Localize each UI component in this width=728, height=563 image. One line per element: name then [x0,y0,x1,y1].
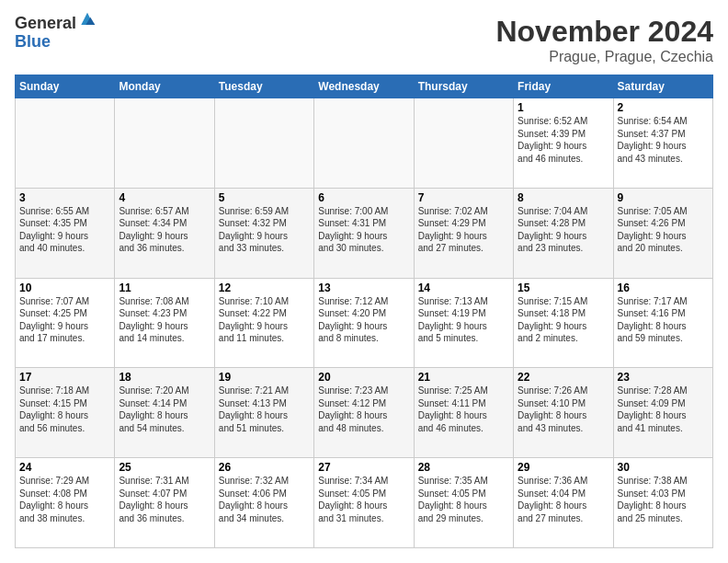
day-info: Sunrise: 7:31 AM Sunset: 4:07 PM Dayligh… [119,475,210,524]
logo-text: General Blue [15,15,97,52]
calendar-cell: 23Sunrise: 7:28 AM Sunset: 4:09 PM Dayli… [613,368,712,458]
day-info: Sunrise: 7:13 AM Sunset: 4:19 PM Dayligh… [418,295,509,345]
day-number: 27 [318,461,409,474]
day-info: Sunrise: 7:38 AM Sunset: 4:03 PM Dayligh… [618,475,709,524]
calendar-cell: 12Sunrise: 7:10 AM Sunset: 4:22 PM Dayli… [214,278,313,368]
calendar-cell: 8Sunrise: 7:04 AM Sunset: 4:28 PM Daylig… [514,188,613,278]
day-number: 9 [618,191,709,204]
day-number: 12 [219,282,310,294]
calendar-cell: 10Sunrise: 7:07 AM Sunset: 4:25 PM Dayli… [16,278,115,368]
calendar-cell: 29Sunrise: 7:36 AM Sunset: 4:04 PM Dayli… [514,458,613,548]
day-number: 14 [418,282,509,294]
day-number: 23 [618,371,709,384]
calendar-cell [115,98,214,189]
calendar-cell: 21Sunrise: 7:25 AM Sunset: 4:11 PM Dayli… [414,368,513,458]
calendar-cell: 18Sunrise: 7:20 AM Sunset: 4:14 PM Dayli… [115,368,214,458]
day-info: Sunrise: 7:02 AM Sunset: 4:29 PM Dayligh… [418,205,509,255]
calendar-cell: 26Sunrise: 7:32 AM Sunset: 4:06 PM Dayli… [214,458,313,548]
day-number: 18 [119,371,210,384]
day-info: Sunrise: 7:21 AM Sunset: 4:13 PM Dayligh… [219,385,310,434]
day-number: 29 [518,461,609,474]
calendar-week-1: 3Sunrise: 6:55 AM Sunset: 4:35 PM Daylig… [16,188,713,278]
calendar-cell: 11Sunrise: 7:08 AM Sunset: 4:23 PM Dayli… [115,278,214,368]
day-number: 1 [518,101,609,114]
logo-general: General [15,15,76,33]
day-info: Sunrise: 6:57 AM Sunset: 4:34 PM Dayligh… [119,205,210,255]
calendar-cell [314,98,414,189]
calendar-cell: 13Sunrise: 7:12 AM Sunset: 4:20 PM Dayli… [314,278,414,368]
day-info: Sunrise: 7:17 AM Sunset: 4:16 PM Dayligh… [618,295,709,345]
calendar-week-2: 10Sunrise: 7:07 AM Sunset: 4:25 PM Dayli… [16,278,713,368]
day-number: 13 [318,282,409,294]
calendar-cell [414,98,513,189]
day-number: 7 [418,191,509,204]
day-info: Sunrise: 7:04 AM Sunset: 4:28 PM Dayligh… [518,205,609,255]
header-thursday: Thursday [414,75,513,98]
day-info: Sunrise: 7:10 AM Sunset: 4:22 PM Dayligh… [219,295,310,345]
calendar-cell: 5Sunrise: 6:59 AM Sunset: 4:32 PM Daylig… [214,188,313,278]
calendar-cell: 9Sunrise: 7:05 AM Sunset: 4:26 PM Daylig… [613,188,712,278]
calendar-cell: 3Sunrise: 6:55 AM Sunset: 4:35 PM Daylig… [16,188,115,278]
day-info: Sunrise: 7:07 AM Sunset: 4:25 PM Dayligh… [19,295,110,345]
logo-blue: Blue [15,33,97,52]
day-number: 19 [219,371,310,384]
calendar-cell: 4Sunrise: 6:57 AM Sunset: 4:34 PM Daylig… [115,188,214,278]
day-number: 24 [19,461,110,474]
day-number: 3 [19,191,110,204]
calendar-table: Sunday Monday Tuesday Wednesday Thursday… [15,75,713,548]
day-info: Sunrise: 7:05 AM Sunset: 4:26 PM Dayligh… [618,205,709,255]
calendar-cell: 28Sunrise: 7:35 AM Sunset: 4:05 PM Dayli… [414,458,513,548]
day-number: 30 [618,461,709,474]
day-number: 28 [418,461,509,474]
day-info: Sunrise: 7:29 AM Sunset: 4:08 PM Dayligh… [19,475,110,524]
calendar-cell: 20Sunrise: 7:23 AM Sunset: 4:12 PM Dayli… [314,368,414,458]
day-number: 11 [119,282,210,294]
day-number: 21 [418,371,509,384]
calendar-cell: 7Sunrise: 7:02 AM Sunset: 4:29 PM Daylig… [414,188,513,278]
location: Prague, Prague, Czechia [495,49,713,65]
calendar-cell: 2Sunrise: 6:54 AM Sunset: 4:37 PM Daylig… [613,98,712,189]
calendar-cell: 6Sunrise: 7:00 AM Sunset: 4:31 PM Daylig… [314,188,414,278]
day-info: Sunrise: 6:52 AM Sunset: 4:39 PM Dayligh… [518,115,609,165]
header-wednesday: Wednesday [314,75,414,98]
day-number: 16 [618,282,709,294]
day-number: 22 [518,371,609,384]
calendar-week-0: 1Sunrise: 6:52 AM Sunset: 4:39 PM Daylig… [16,98,713,189]
day-number: 20 [318,371,409,384]
header-sunday: Sunday [16,75,115,98]
calendar-cell: 30Sunrise: 7:38 AM Sunset: 4:03 PM Dayli… [613,458,712,548]
day-info: Sunrise: 7:36 AM Sunset: 4:04 PM Dayligh… [518,475,609,524]
header: General Blue November 2024 Prague, Pragu… [15,15,713,65]
day-info: Sunrise: 7:35 AM Sunset: 4:05 PM Dayligh… [418,475,509,524]
day-number: 26 [219,461,310,474]
day-number: 4 [119,191,210,204]
calendar-cell: 27Sunrise: 7:34 AM Sunset: 4:05 PM Dayli… [314,458,414,548]
logo: General Blue [15,15,97,52]
day-info: Sunrise: 7:20 AM Sunset: 4:14 PM Dayligh… [119,385,210,434]
day-info: Sunrise: 7:34 AM Sunset: 4:05 PM Dayligh… [318,475,409,524]
day-info: Sunrise: 7:32 AM Sunset: 4:06 PM Dayligh… [219,475,310,524]
header-monday: Monday [115,75,214,98]
title-section: November 2024 Prague, Prague, Czechia [495,15,713,65]
logo-icon [78,11,97,29]
header-saturday: Saturday [613,75,712,98]
day-info: Sunrise: 7:25 AM Sunset: 4:11 PM Dayligh… [418,385,509,434]
day-number: 10 [19,282,110,294]
day-number: 17 [19,371,110,384]
month-title: November 2024 [495,15,713,49]
calendar-cell: 25Sunrise: 7:31 AM Sunset: 4:07 PM Dayli… [115,458,214,548]
day-info: Sunrise: 7:15 AM Sunset: 4:18 PM Dayligh… [518,295,609,345]
day-info: Sunrise: 7:00 AM Sunset: 4:31 PM Dayligh… [318,205,409,255]
day-info: Sunrise: 6:55 AM Sunset: 4:35 PM Dayligh… [19,205,110,255]
calendar-header-row: Sunday Monday Tuesday Wednesday Thursday… [16,75,713,98]
header-tuesday: Tuesday [214,75,313,98]
calendar-week-3: 17Sunrise: 7:18 AM Sunset: 4:15 PM Dayli… [16,368,713,458]
day-info: Sunrise: 7:23 AM Sunset: 4:12 PM Dayligh… [318,385,409,434]
calendar-cell [16,98,115,189]
day-number: 2 [618,101,709,114]
day-info: Sunrise: 7:26 AM Sunset: 4:10 PM Dayligh… [518,385,609,434]
calendar-week-4: 24Sunrise: 7:29 AM Sunset: 4:08 PM Dayli… [16,458,713,548]
day-number: 25 [119,461,210,474]
day-info: Sunrise: 7:08 AM Sunset: 4:23 PM Dayligh… [119,295,210,345]
day-info: Sunrise: 7:18 AM Sunset: 4:15 PM Dayligh… [19,385,110,434]
